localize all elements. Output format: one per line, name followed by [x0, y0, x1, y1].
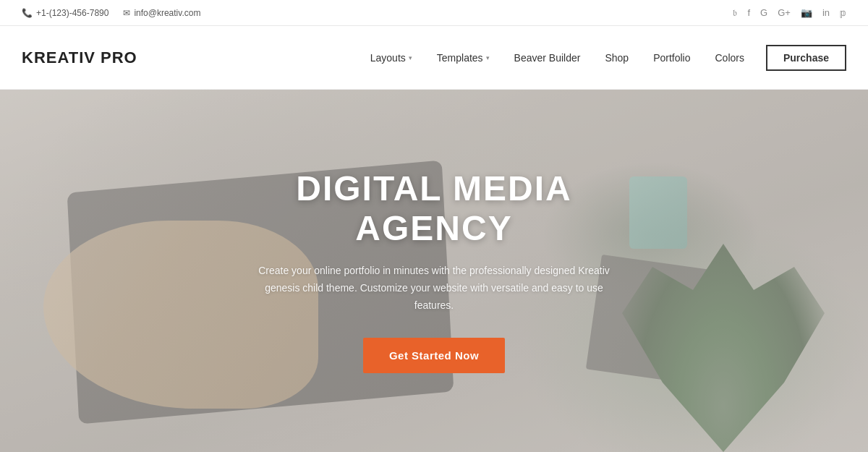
nav-item-shop[interactable]: Shop — [595, 48, 639, 68]
social-instagram[interactable]: 📷 — [801, 7, 812, 18]
email-info: ✉ info@kreativ.com — [123, 8, 200, 18]
purchase-button[interactable]: Purchase — [766, 45, 846, 71]
hero-section: DIGITAL MEDIA AGENCY Create your online … — [0, 90, 868, 452]
chevron-down-icon: ▾ — [486, 54, 490, 61]
email-address: info@kreativ.com — [134, 8, 200, 18]
email-icon: ✉ — [123, 8, 130, 18]
social-links: 𝔟 f G G+ 📷 in 𝕡 — [733, 7, 846, 19]
top-bar: 📞 +1-(123)-456-7890 ✉ info@kreativ.com 𝔟… — [0, 0, 868, 26]
phone-number: +1-(123)-456-7890 — [36, 8, 109, 18]
hero-content: DIGITAL MEDIA AGENCY Create your online … — [231, 169, 637, 372]
nav-links: Layouts ▾ Templates ▾ Beaver Builder Sho… — [360, 45, 846, 71]
nav-item-portfolio[interactable]: Portfolio — [643, 48, 700, 68]
social-linkedin[interactable]: in — [822, 7, 830, 18]
get-started-button[interactable]: Get Started Now — [363, 338, 505, 373]
social-behance[interactable]: 𝔟 — [733, 7, 737, 19]
social-google-plus-alt[interactable]: G — [760, 7, 767, 18]
nav-item-templates[interactable]: Templates ▾ — [427, 48, 500, 68]
nav-label-layouts: Layouts — [370, 52, 406, 64]
social-facebook[interactable]: f — [747, 7, 750, 18]
phone-info: 📞 +1-(123)-456-7890 — [22, 8, 109, 18]
nav-label-colors: Colors — [715, 52, 744, 64]
nav-label-beaver-builder: Beaver Builder — [514, 52, 581, 64]
nav-item-layouts[interactable]: Layouts ▾ — [360, 48, 422, 68]
top-bar-contact: 📞 +1-(123)-456-7890 ✉ info@kreativ.com — [22, 8, 200, 18]
site-logo[interactable]: KREATIV PRO — [22, 48, 137, 67]
social-pinterest[interactable]: 𝕡 — [840, 7, 846, 18]
navbar: KREATIV PRO Layouts ▾ Templates ▾ Beaver… — [0, 26, 868, 90]
hero-subtitle: Create your online portfolio in minutes … — [246, 263, 622, 314]
phone-icon: 📞 — [22, 8, 33, 18]
chevron-down-icon: ▾ — [409, 54, 412, 61]
social-google-plus[interactable]: G+ — [778, 7, 791, 18]
nav-label-templates: Templates — [437, 52, 483, 64]
nav-item-beaver-builder[interactable]: Beaver Builder — [504, 48, 591, 68]
hero-title: DIGITAL MEDIA AGENCY — [246, 169, 622, 248]
nav-item-colors[interactable]: Colors — [705, 48, 754, 68]
nav-label-shop: Shop — [605, 52, 629, 64]
nav-label-portfolio: Portfolio — [653, 52, 690, 64]
